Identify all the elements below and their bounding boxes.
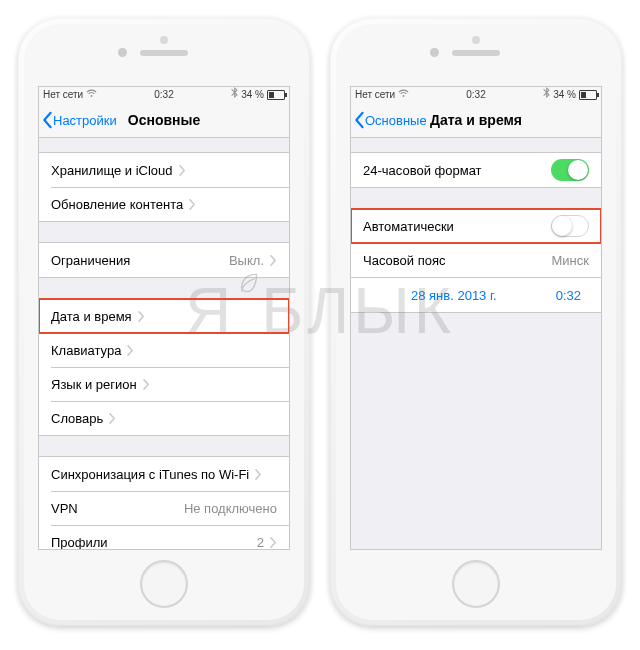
row-detail: Выкл. — [229, 253, 264, 268]
settings-row[interactable]: Профили2 — [39, 525, 289, 550]
chevron-right-icon — [270, 537, 277, 548]
settings-row[interactable]: Дата и время — [39, 299, 289, 333]
settings-row[interactable]: VPNНе подключено — [39, 491, 289, 525]
chevron-right-icon — [255, 469, 262, 480]
row-label: 24-часовой формат — [363, 163, 482, 178]
settings-row[interactable]: Обновление контента — [39, 187, 289, 221]
home-button[interactable] — [140, 560, 188, 608]
group-storage: Хранилище и iCloudОбновление контента — [39, 152, 289, 222]
settings-row[interactable]: ОграниченияВыкл. — [39, 243, 289, 277]
chevron-right-icon — [179, 165, 186, 176]
iphone-frame-left: Нет сети 0:32 34 % — [18, 18, 310, 626]
chevron-right-icon — [143, 379, 150, 390]
switch-24h[interactable] — [551, 159, 589, 181]
battery-icon — [579, 90, 597, 100]
screenshot-stage: Нет сети 0:32 34 % — [0, 0, 640, 650]
screen-date-time: Нет сети 0:32 34 % — [350, 86, 602, 550]
row-label: Автоматически — [363, 219, 454, 234]
page-title: Дата и время — [351, 112, 601, 128]
status-time: 0:32 — [351, 87, 601, 103]
group-sync: Синхронизация с iTunes по Wi-FiVPNНе под… — [39, 456, 289, 550]
home-button[interactable] — [452, 560, 500, 608]
group-24h: 24-часовой формат — [351, 152, 601, 188]
chevron-right-icon — [127, 345, 134, 356]
settings-row[interactable]: Хранилище и iCloud — [39, 153, 289, 187]
row-label: Дата и время — [51, 309, 132, 324]
row-label: Ограничения — [51, 253, 130, 268]
row-label: Профили — [51, 535, 108, 550]
nav-header: Основные Дата и время — [351, 103, 601, 138]
group-date-keyboard: Дата и времяКлавиатураЯзык и регионСлова… — [39, 298, 289, 436]
row-24h-format[interactable]: 24-часовой формат — [351, 153, 601, 187]
group-restrictions: ОграниченияВыкл. — [39, 242, 289, 278]
row-automatic[interactable]: Автоматически — [351, 209, 601, 243]
switch-automatic[interactable] — [551, 215, 589, 237]
row-label: Язык и регион — [51, 377, 137, 392]
settings-row[interactable]: Язык и регион — [39, 367, 289, 401]
chevron-right-icon — [270, 255, 277, 266]
row-timezone[interactable]: Часовой пояс Минск — [351, 243, 601, 277]
iphone-frame-right: Нет сети 0:32 34 % — [330, 18, 622, 626]
status-bar: Нет сети 0:32 34 % — [351, 87, 601, 103]
status-bar: Нет сети 0:32 34 % — [39, 87, 289, 103]
chevron-right-icon — [109, 413, 116, 424]
settings-row[interactable]: Синхронизация с iTunes по Wi-Fi — [39, 457, 289, 491]
row-detail: Минск — [552, 253, 589, 268]
chevron-right-icon — [138, 311, 145, 322]
chevron-right-icon — [189, 199, 196, 210]
row-label: Часовой пояс — [363, 253, 445, 268]
row-detail: 2 — [257, 535, 264, 550]
screen-general-settings: Нет сети 0:32 34 % — [38, 86, 290, 550]
picked-date: 28 янв. 2013 г. — [411, 288, 497, 303]
row-label: Синхронизация с iTunes по Wi-Fi — [51, 467, 249, 482]
status-time: 0:32 — [39, 87, 289, 103]
battery-icon — [267, 90, 285, 100]
row-label: VPN — [51, 501, 78, 516]
nav-header: Настройки Основные — [39, 103, 289, 138]
row-label: Клавиатура — [51, 343, 121, 358]
picked-time: 0:32 — [556, 288, 581, 303]
settings-row[interactable]: Словарь — [39, 401, 289, 435]
group-auto-tz: Автоматически Часовой пояс Минск 28 янв.… — [351, 208, 601, 313]
page-title: Основные — [39, 112, 289, 128]
row-datetime-picker[interactable]: 28 янв. 2013 г. 0:32 — [351, 277, 601, 312]
row-label: Обновление контента — [51, 197, 183, 212]
row-label: Словарь — [51, 411, 103, 426]
row-detail: Не подключено — [184, 501, 277, 516]
settings-row[interactable]: Клавиатура — [39, 333, 289, 367]
row-label: Хранилище и iCloud — [51, 163, 173, 178]
